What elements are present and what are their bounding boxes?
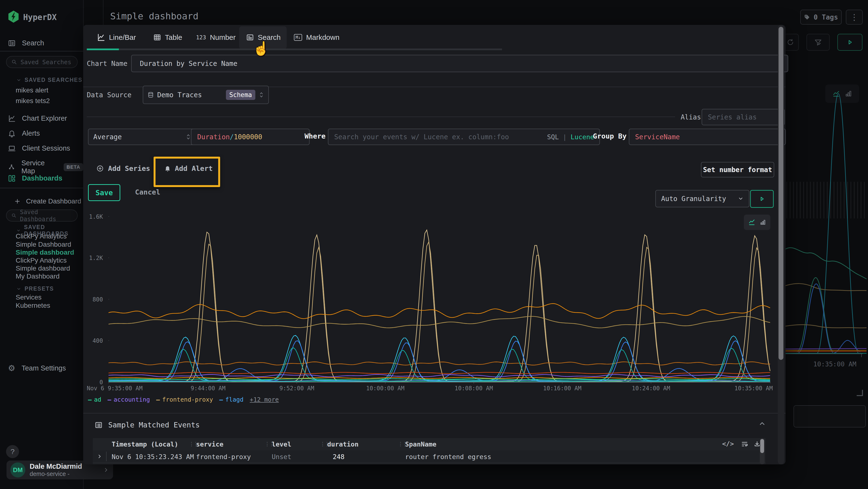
data-source-value: Demo Traces bbox=[157, 91, 222, 99]
dashboard-item[interactable]: Simple Dashboard bbox=[16, 241, 71, 248]
view-source-icon[interactable]: </> bbox=[722, 440, 734, 448]
background-run-button[interactable] bbox=[837, 34, 863, 51]
sidebar-divider bbox=[0, 188, 83, 188]
dashboard-item[interactable]: Simple dashboard bbox=[16, 264, 70, 272]
tab-markdown[interactable]: M↓ Markdown bbox=[294, 26, 340, 49]
background-input[interactable] bbox=[794, 405, 866, 427]
expr-field: Duration bbox=[197, 133, 230, 141]
expr-num: 1000000 bbox=[234, 133, 262, 141]
col-service[interactable]: service bbox=[196, 440, 223, 448]
legend-item-flagd[interactable]: —flagd bbox=[219, 396, 244, 403]
series-teal-peaks bbox=[108, 348, 770, 381]
dashboard-item-active[interactable]: Simple dashboard bbox=[16, 249, 74, 256]
series-orange-low bbox=[108, 362, 770, 365]
x-tick: 10:16:00 AM bbox=[543, 385, 582, 392]
dashboard-item[interactable]: My Dashboard bbox=[16, 272, 60, 280]
save-button[interactable]: Save bbox=[88, 184, 120, 201]
alias-field[interactable] bbox=[702, 109, 785, 125]
tab-table[interactable]: Table bbox=[153, 26, 182, 49]
select-chevrons-icon bbox=[186, 133, 191, 141]
sql-lucene-toggle[interactable]: SQL | Lucene bbox=[547, 133, 594, 141]
tab-underline-active bbox=[87, 49, 119, 50]
dashboard-item[interactable]: ClickPy Analytics bbox=[16, 257, 67, 264]
data-source-select[interactable]: Demo Traces Schema bbox=[143, 86, 269, 104]
more-menu-button[interactable]: ⋮ bbox=[846, 10, 863, 25]
sidebar: HyperDX Search Saved Searches SAVED SEAR… bbox=[0, 0, 84, 489]
modal-scrollbar-thumb[interactable] bbox=[779, 27, 783, 360]
aggregation-operator-select[interactable]: Average bbox=[88, 128, 196, 145]
page-title[interactable]: Simple dashboard bbox=[110, 11, 198, 22]
legend-more-link[interactable]: +12 more bbox=[250, 396, 279, 403]
sidebar-item-team-settings[interactable]: ⚙ Team Settings bbox=[8, 364, 66, 372]
sidebar-item-alerts[interactable]: Alerts bbox=[8, 130, 40, 137]
legend-item-ad[interactable]: —ad bbox=[88, 396, 101, 403]
brand-logo[interactable] bbox=[8, 10, 19, 24]
create-dashboard-button[interactable]: Create Dashboard bbox=[14, 197, 81, 205]
sidebar-item-service-map[interactable]: Service Map BETA bbox=[8, 159, 83, 175]
modal-scrollbar[interactable] bbox=[778, 25, 784, 464]
cell-spanname: router frontend egress bbox=[405, 453, 491, 461]
expand-row-icon[interactable] bbox=[97, 454, 102, 459]
collapse-section-button[interactable] bbox=[758, 420, 766, 428]
legend-item-accounting[interactable]: —accounting bbox=[107, 396, 150, 403]
tags-button[interactable]: 0 Tags bbox=[800, 10, 842, 25]
group-by-field[interactable]: ServiceName bbox=[629, 128, 786, 145]
table-scrollbar-thumb[interactable] bbox=[760, 439, 764, 453]
granularity-select[interactable]: Auto Granularity bbox=[655, 190, 749, 207]
legend-item-frontend-proxy[interactable]: —frontend-proxy bbox=[156, 396, 213, 403]
x-tick: 9:44:00 AM bbox=[191, 385, 226, 392]
saved-searches-search[interactable]: Saved Searches bbox=[6, 56, 78, 68]
expression-field[interactable]: Duration/1000000 bbox=[191, 128, 310, 145]
table-row[interactable]: Nov 6 10:35:23.243 AM frontend-proxy Uns… bbox=[93, 450, 766, 463]
run-query-button[interactable] bbox=[750, 190, 774, 208]
x-tick: Nov 6 9:35:00 AM bbox=[87, 385, 143, 392]
chart-legend: —ad —accounting —frontend-proxy —flagd +… bbox=[88, 396, 279, 403]
dashboard-item[interactable]: ClickPy Analytics bbox=[16, 232, 67, 240]
sidebar-item-label: Search bbox=[22, 39, 44, 47]
help-button[interactable]: ? bbox=[6, 445, 19, 458]
sidebar-item-chart-explorer[interactable]: Chart Explorer bbox=[8, 114, 67, 122]
cancel-button[interactable]: Cancel bbox=[135, 188, 160, 196]
resize-handle[interactable] bbox=[857, 390, 863, 396]
series-flat-purple bbox=[108, 374, 770, 377]
saved-searches-header[interactable]: SAVED SEARCHES bbox=[17, 77, 83, 83]
x-tick: 9:52:00 AM bbox=[279, 385, 314, 392]
col-level[interactable]: level bbox=[272, 440, 291, 448]
preset-item[interactable]: Services bbox=[16, 293, 41, 301]
add-alert-button[interactable]: Add Alert bbox=[164, 164, 213, 173]
saved-search-item[interactable]: mikes alert bbox=[16, 86, 48, 94]
series-flat-orange bbox=[108, 377, 770, 378]
saved-searches-placeholder: Saved Searches bbox=[21, 59, 71, 66]
y-tick: 800 bbox=[83, 296, 103, 303]
preset-item[interactable]: Kubernetes bbox=[16, 302, 50, 310]
table-row[interactable]: Nov 6 10:35:23.243 AM frontend-proxy Uns… bbox=[93, 463, 766, 464]
main-chart[interactable] bbox=[108, 213, 770, 383]
chevron-up-icon bbox=[758, 420, 766, 427]
table-scrollbar[interactable] bbox=[760, 438, 765, 464]
tab-line-bar[interactable]: Line/Bar bbox=[97, 26, 136, 49]
alias-label: Alias bbox=[681, 113, 701, 121]
sidebar-item-search[interactable]: Search bbox=[8, 39, 44, 47]
series-gold-mid bbox=[108, 316, 770, 328]
app-root: Simple dashboard 0 Tags ⋮ bbox=[0, 0, 868, 489]
presets-header[interactable]: PRESETS bbox=[17, 286, 54, 292]
sidebar-item-client-sessions[interactable]: Client Sessions bbox=[8, 144, 70, 152]
col-duration[interactable]: duration bbox=[327, 440, 359, 448]
filter-button[interactable] bbox=[807, 34, 830, 51]
saved-dashboards-search[interactable]: Saved Dashboards bbox=[6, 209, 78, 222]
saved-search-item[interactable]: mikes tets2 bbox=[16, 97, 50, 105]
mouse-cursor-hand: ☝ bbox=[253, 40, 270, 56]
y-tick: 1.2K bbox=[83, 255, 103, 261]
brand-name[interactable]: HyperDX bbox=[23, 12, 57, 22]
add-series-button[interactable]: Add Series bbox=[96, 164, 150, 173]
sidebar-item-dashboards[interactable]: Dashboards bbox=[8, 174, 62, 182]
search-icon bbox=[11, 213, 17, 219]
chart-name-field[interactable] bbox=[131, 55, 788, 72]
where-search-field[interactable]: SQL | Lucene bbox=[328, 128, 600, 145]
set-number-format-button[interactable]: Set number format bbox=[701, 162, 774, 177]
wrap-text-icon[interactable] bbox=[741, 440, 748, 448]
col-spanname[interactable]: SpanName bbox=[405, 440, 436, 448]
tab-number[interactable]: 123 Number bbox=[196, 26, 236, 49]
chevron-down-icon bbox=[17, 78, 21, 83]
col-timestamp[interactable]: Timestamp (Local) bbox=[112, 440, 178, 448]
